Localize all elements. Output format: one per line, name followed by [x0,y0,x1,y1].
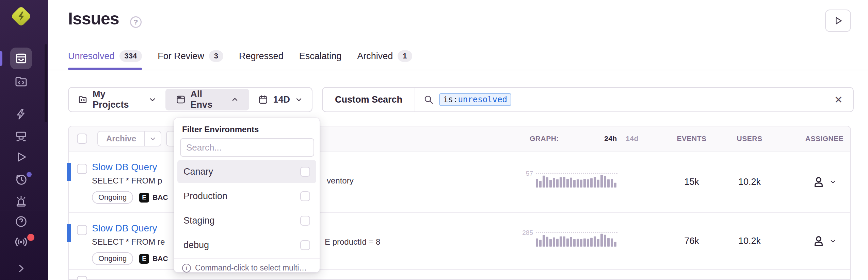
sidebar-item-history[interactable] [14,173,28,186]
issue-title-link[interactable]: Slow DB Query [92,223,157,233]
dashboards-icon [14,129,28,143]
tab-archived[interactable]: Archived 1 [357,50,412,70]
column-header-assignee: ASSIGNEE [805,135,844,143]
env-option-staging[interactable]: Staging [177,209,316,232]
project-tag[interactable]: E BAC [139,193,168,203]
play-outline-icon [15,151,28,163]
history-clock-icon [14,173,28,186]
tab-escalating[interactable]: Escalating [299,50,342,70]
code-folder-icon [14,75,28,88]
tour-play-button[interactable] [825,10,851,32]
issue-message-start: SELECT * FROM re [92,237,165,246]
sidebar-item-dashboards[interactable] [14,129,28,143]
env-option-checkbox[interactable] [300,216,310,226]
tab-for-review[interactable]: For Review 3 [158,50,223,70]
env-option-checkbox[interactable] [300,240,310,250]
status-badge: Ongoing [92,252,133,265]
project-folder-icon [78,94,88,105]
sidebar-item-performance[interactable] [15,108,28,121]
sidebar-item-help[interactable] [14,215,28,228]
search-icon [423,94,434,105]
row-checkbox[interactable] [77,225,87,235]
graph-period-24h[interactable]: 24h [604,135,617,143]
project-filter-button[interactable]: My Projects [69,88,165,111]
sidebar-scrollbar-thumb[interactable] [45,44,47,122]
sidebar-item-alerts[interactable] [14,194,28,208]
play-icon [833,16,843,26]
row-checkbox[interactable] [77,164,87,174]
tab-label: Escalating [299,51,342,62]
column-header-graph: GRAPH: [530,135,559,143]
environment-filter-button[interactable]: All Envs [165,89,250,110]
project-avatar: E [139,193,149,203]
sidebar-item-replays[interactable] [15,151,28,163]
lightning-icon [15,108,28,121]
project-name: BAC [152,255,168,263]
project-tag[interactable]: E BAC [139,254,168,264]
status-badge: Ongoing [92,191,133,204]
environment-search-input[interactable] [180,138,314,157]
env-option-production[interactable]: Production [177,185,316,208]
sidebar-collapse-button[interactable] [15,263,27,274]
date-range-filter-button[interactable]: 14D [249,88,312,111]
events-count: 15k [661,152,722,212]
project-name: BAC [152,193,168,202]
issue-title-link[interactable]: Slow DB Query [92,162,157,172]
sparkline-bars [536,233,617,247]
chevron-down-icon [149,135,157,142]
chevron-down-icon [148,95,157,104]
help-circle-icon [14,215,28,228]
env-option-label: Production [183,191,227,202]
assignee-selector[interactable] [794,152,855,212]
chevron-down-icon [829,237,837,245]
broadcast-notification-dot [27,234,34,241]
users-count: 10.2k [719,213,780,269]
tab-count-badge: 334 [119,50,142,62]
tab-count-badge: 3 [209,50,223,62]
chevron-down-icon [829,178,837,186]
tab-unresolved[interactable]: Unresolved 334 [68,50,142,70]
env-option-checkbox[interactable] [300,191,310,201]
sidebar-item-projects[interactable] [14,75,28,88]
environment-dropdown: Filter Environments Canary Production St… [174,118,320,273]
calendar-icon [258,94,268,105]
custom-search-button[interactable]: Custom Search [323,88,415,111]
column-header-users: USERS [737,135,762,143]
page-help-icon[interactable]: ? [130,16,142,28]
sparkline-peak-label: 57 [526,170,533,177]
tabs-divider [48,70,868,70]
environment-options: Canary Production Staging debug [177,160,316,257]
env-option-canary[interactable]: Canary [177,160,316,183]
sidebar-item-issues[interactable] [15,52,28,65]
clear-search-icon[interactable]: ✕ [832,94,845,106]
search-input-area[interactable]: is:unresolved ✕ [415,93,853,106]
project-filter-label: My Projects [93,89,144,110]
archive-button[interactable]: Archive [98,132,144,146]
assignee-person-icon [812,234,825,247]
issue-message-end: E productId = 8 [325,237,380,247]
archive-split-button: Archive [97,131,161,146]
search-token[interactable]: is:unresolved [439,93,511,106]
sidebar-item-broadcast[interactable] [14,234,29,249]
sparkline-max-line [536,173,617,174]
env-option-debug[interactable]: debug [177,233,316,257]
tab-count-badge: 1 [398,50,412,62]
archive-dropdown-button[interactable] [144,132,161,146]
siren-icon [14,194,28,208]
window-icon [176,94,186,105]
sentry-logo[interactable] [12,7,30,25]
tab-regressed[interactable]: Regressed [239,50,284,70]
issue-message-start: SELECT * FROM p [92,176,162,185]
row-checkbox[interactable] [77,276,87,280]
search-token-key: is: [443,95,458,104]
issue-message-end: ventory [327,176,354,186]
page-filter-bar: My Projects All Envs 14D [68,87,312,112]
assignee-selector[interactable] [794,213,855,269]
graph-period-14d[interactable]: 14d [626,135,639,143]
dropdown-footer-hint: i Command-click to select multi… [174,258,320,273]
env-option-checkbox[interactable] [300,167,310,177]
events-count: 76k [661,213,722,269]
select-all-checkbox[interactable] [77,134,87,144]
sidebar-active-indicator [0,51,2,66]
chevron-right-icon [15,263,27,274]
